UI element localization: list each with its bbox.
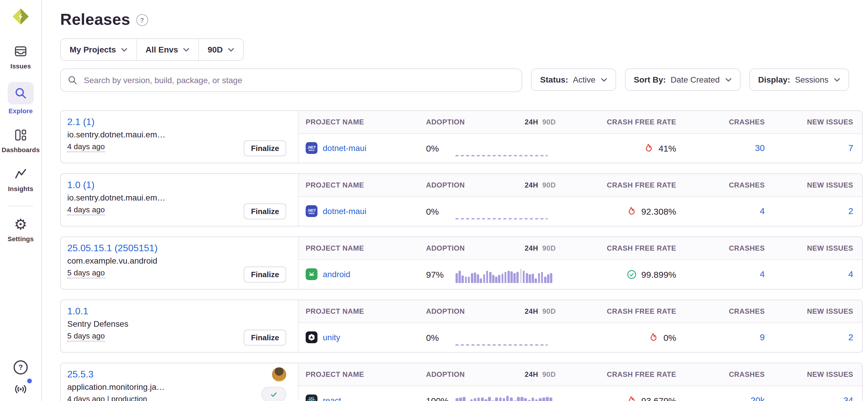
chevron-down-icon	[227, 47, 234, 52]
release-summary: 1.0.1 Sentry Defenses 5 days ago Finaliz…	[61, 300, 299, 352]
sidebar-item-dashboards[interactable]: Dashboards	[2, 127, 39, 153]
range-90d-toggle[interactable]: 90D	[542, 307, 556, 315]
range-90d-toggle[interactable]: 90D	[542, 118, 556, 126]
release-card: 25.5.3 application.monitoring.ja… 4 days…	[60, 363, 863, 401]
sentry-logo[interactable]	[12, 8, 30, 25]
project-link[interactable]: dotnet-maui	[323, 207, 366, 216]
adoption-bar	[544, 276, 546, 283]
sidebar-item-insights[interactable]: Insights	[2, 166, 39, 192]
release-package: application.monitoring.ja…	[67, 381, 165, 393]
adoption-bar	[459, 397, 462, 401]
crashes-link[interactable]: 30	[755, 143, 765, 153]
new-issues-link[interactable]: 2	[848, 332, 853, 342]
finalize-button[interactable]: Finalize	[244, 330, 286, 345]
adoption-bar	[541, 272, 543, 283]
range-90d-toggle[interactable]: 90D	[542, 181, 556, 189]
react-icon	[306, 395, 317, 401]
range-24h-toggle[interactable]: 24H	[525, 370, 538, 378]
adoption-bar	[456, 273, 458, 283]
page-header: Releases ?	[60, 11, 868, 29]
adoption-bar	[517, 272, 519, 283]
crashes-link[interactable]: 9	[760, 332, 765, 342]
range-90d-toggle[interactable]: 90D	[542, 370, 556, 378]
range-90d-toggle[interactable]: 90D	[542, 244, 556, 253]
sidebar-item-explore[interactable]: Explore	[2, 82, 39, 114]
crashes-header: CRASHES	[676, 118, 765, 126]
new-issues-link[interactable]: 4	[848, 269, 853, 279]
release-author-avatar[interactable]	[272, 367, 286, 381]
help-icon[interactable]: ?	[13, 360, 28, 374]
project-link[interactable]: react	[323, 396, 341, 401]
sidebar-item-issues[interactable]: Issues	[2, 43, 39, 70]
project-link[interactable]: unity	[323, 333, 340, 342]
search-box[interactable]	[60, 68, 523, 92]
adoption-bar	[495, 397, 498, 401]
adoption-bar	[550, 397, 552, 401]
release-project-row: unity 0% 0% 9	[299, 323, 862, 352]
sidebar-item-label: Issues	[10, 63, 31, 70]
dashboards-icon	[12, 127, 29, 143]
crash-free-cell: 0%	[556, 333, 676, 343]
range-24h-toggle[interactable]: 24H	[525, 307, 538, 315]
sidebar-item-settings[interactable]: ⚙ Settings	[2, 216, 39, 242]
release-version-link[interactable]: 2.1 (1)	[67, 115, 95, 128]
chevron-down-icon	[121, 47, 127, 52]
display-dropdown[interactable]: Display: Sessions	[749, 68, 849, 91]
release-version-link[interactable]: 25.05.15.1 (2505151)	[67, 242, 158, 254]
release-created-ago[interactable]: 4 days ago	[67, 142, 105, 152]
finalized-badge[interactable]	[261, 387, 286, 401]
release-version-link[interactable]: 1.0.1	[67, 305, 88, 317]
new-issues-cell: 2	[765, 206, 853, 217]
view-cell: View	[853, 204, 863, 219]
release-version-link[interactable]: 1.0 (1)	[67, 179, 95, 191]
release-created-ago[interactable]: 4 days ago	[67, 205, 105, 215]
release-meta: 25.5.3 application.monitoring.ja… 4 days…	[61, 363, 165, 401]
project-link[interactable]: android	[323, 270, 350, 279]
adoption-bar	[471, 273, 473, 283]
crash-free-value: 41%	[658, 143, 676, 153]
crashes-link[interactable]: 20k	[751, 395, 765, 401]
range-24h-toggle[interactable]: 24H	[525, 244, 538, 253]
status-dropdown[interactable]: Status: Active	[531, 68, 616, 91]
project-link[interactable]: dotnet-maui	[323, 143, 366, 153]
adoption-chart-cell	[456, 200, 556, 223]
adoption-value: 0%	[426, 143, 456, 153]
range-24h-toggle[interactable]: 24H	[525, 181, 538, 189]
sidebar-divider	[8, 206, 33, 206]
search-input[interactable]	[83, 75, 515, 86]
new-issues-link[interactable]: 34	[843, 395, 853, 401]
page-help-icon[interactable]: ?	[136, 14, 148, 26]
projects-filter-dropdown[interactable]: My Projects	[61, 39, 136, 60]
crash-free-value: 99.899%	[642, 269, 676, 279]
date-range-filter-dropdown[interactable]: 90D	[198, 39, 243, 60]
environment-filter-dropdown[interactable]: All Envs	[136, 39, 198, 60]
adoption-bar	[546, 397, 549, 401]
adoption-dashed-line	[456, 344, 548, 345]
new-issues-cell: 4	[765, 269, 853, 280]
finalize-button[interactable]: Finalize	[244, 203, 286, 220]
new-issues-link[interactable]: 2	[848, 206, 853, 216]
finalize-button[interactable]: Finalize	[244, 140, 286, 156]
adoption-bar	[535, 399, 538, 401]
android-icon	[306, 269, 317, 280]
new-issues-link[interactable]: 7	[848, 143, 853, 153]
release-created-ago[interactable]: 4 days ago	[67, 395, 105, 401]
release-meta: 1.0.1 Sentry Defenses 5 days ago	[61, 300, 128, 352]
broadcast-icon[interactable]	[13, 382, 28, 399]
crashes-link[interactable]: 4	[760, 269, 765, 279]
release-version-link[interactable]: 25.5.3	[67, 368, 94, 380]
adoption-dashed-line	[456, 218, 548, 220]
release-created-ago[interactable]: 5 days ago	[67, 331, 105, 341]
crashes-link[interactable]: 4	[760, 206, 765, 216]
release-meta: 25.05.15.1 (2505151) com.example.vu.andr…	[61, 237, 158, 289]
finalize-button[interactable]: Finalize	[244, 267, 286, 282]
release-environment: | production	[107, 395, 147, 401]
release-created-ago[interactable]: 5 days ago	[67, 268, 105, 278]
main-content: Releases ? My Projects All Envs 90D	[41, 0, 868, 401]
range-24h-toggle[interactable]: 24H	[525, 118, 538, 126]
sidebar-nav: Issues Explore	[0, 43, 41, 255]
sort-by-dropdown[interactable]: Sort By: Date Created	[625, 68, 740, 91]
adoption-bar	[506, 396, 509, 401]
adoption-bar	[489, 272, 491, 283]
new-issues-header: NEW ISSUES	[765, 244, 853, 253]
